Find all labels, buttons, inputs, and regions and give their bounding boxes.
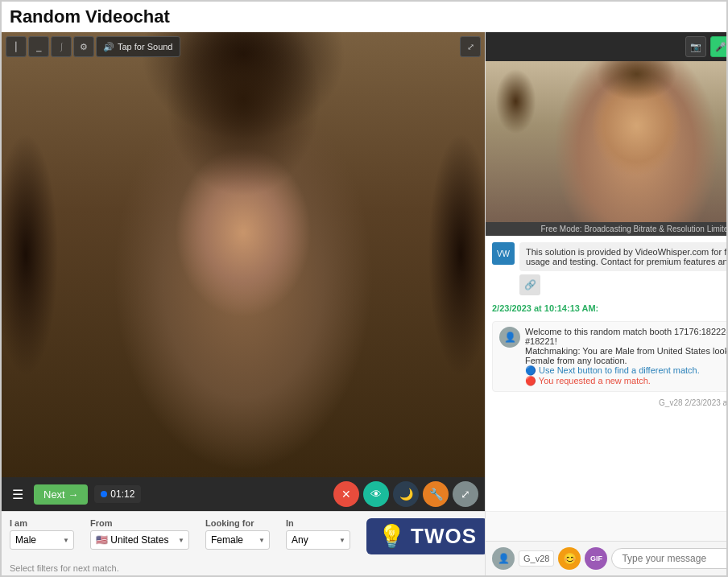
remote-video-bg — [2, 32, 485, 477]
video-controls-top: ⎮ ⎯ ⎰ ⚙ 🔊 Tap for Sound ⤢ — [6, 36, 481, 57]
chat-user-name: G_v28 — [519, 550, 554, 567]
hair-overlay — [2, 32, 485, 477]
settings-btn[interactable]: ⚙ — [73, 36, 94, 57]
next-label: Next → — [43, 488, 78, 501]
match-line4: 🔴 You requested a new match. — [525, 376, 728, 386]
timer-dot — [101, 491, 107, 497]
system-msg-text: This solution is provided by VideoWhispe… — [526, 247, 728, 266]
expand-btn[interactable]: ⤢ — [453, 481, 478, 507]
chat-input-bar: 👤 G_v28 😊 GIF ➤ — [486, 541, 728, 575]
match-text: Welcome to this random match booth 17176… — [525, 327, 728, 386]
video-ctrl-btn-2[interactable]: ⎯ — [28, 36, 49, 57]
filter-group-from: From 🇺🇸 United States — [90, 518, 189, 550]
logo-area: 💡 TWOS — [366, 518, 488, 554]
match-avatar: 👤 — [499, 327, 520, 348]
match-line3: 🔵 Use Next button to find a different ma… — [525, 365, 728, 376]
lookingfor-select-wrapper: Female Male Any — [205, 530, 270, 550]
in-select-wrapper: Any — [286, 530, 350, 550]
message-input[interactable] — [611, 548, 728, 569]
gif-btn[interactable]: GIF — [585, 547, 607, 570]
match-line1: Welcome to this random match booth 17176… — [525, 327, 728, 346]
from-select[interactable]: 🇺🇸 United States — [90, 530, 189, 550]
system-avatar: VW — [492, 242, 515, 265]
match-line2: Matchmaking: You are Male from United St… — [525, 346, 728, 365]
filter-group-lookingfor: Looking for Female Male Any — [205, 518, 270, 550]
logo-icon: 💡 — [378, 523, 406, 550]
free-mode-text: Free Mode: Broadcasting Bitrate & Resolu… — [540, 225, 728, 233]
filter-group-in: In Any — [286, 518, 350, 550]
bottom-action-btns: ✕ 👁 🌙 🔧 ⤢ — [333, 481, 478, 507]
next-button[interactable]: Next → — [34, 484, 88, 505]
system-bubble: This solution is provided by VideoWhispe… — [519, 242, 728, 271]
video-bottom-bar: ☰ Next → 01:12 ✕ 👁 🌙 🔧 ⤢ — [2, 477, 485, 511]
hamburger-menu[interactable]: ☰ — [8, 485, 27, 504]
eye-btn[interactable]: 👁 — [363, 481, 389, 507]
chat-match-msg: 👤 Welcome to this random match booth 171… — [492, 321, 728, 392]
chat-area: VW This solution is provided by VideoWhi… — [486, 236, 728, 511]
fullscreen-btn[interactable]: ⤢ — [460, 36, 481, 57]
right-panel: 📷 🎤 📹 ⚙ Free Mode: Broadcasting Bitrate … — [485, 32, 728, 575]
timer-value: 01:12 — [110, 488, 134, 500]
reaction-row: 👍 👤 — [486, 511, 728, 541]
from-select-wrapper: 🇺🇸 United States — [90, 530, 189, 550]
video-ctrl-btn-1[interactable]: ⎮ — [6, 36, 27, 57]
filter-group-iam: I am Male Female — [10, 518, 74, 550]
video-ctrl-btn-3[interactable]: ⎰ — [51, 36, 72, 57]
in-label: In — [286, 518, 350, 528]
iam-label: I am — [10, 518, 74, 528]
logo-text: TWOS — [411, 524, 477, 549]
emoji-btn[interactable]: 😊 — [558, 547, 581, 570]
left-panel: ⎮ ⎯ ⎰ ⚙ 🔊 Tap for Sound ⤢ ☰ Next → — [2, 32, 485, 575]
page-title: Random Videochat — [2, 2, 726, 32]
link-icon[interactable]: 🔗 — [519, 274, 540, 295]
filter-hint: Select filters for next match. — [2, 561, 485, 575]
close-btn[interactable]: ✕ — [333, 481, 359, 507]
chat-system-msg: VW This solution is provided by VideoWhi… — [492, 242, 728, 295]
in-select[interactable]: Any — [286, 530, 350, 550]
speaker-icon: 🔊 — [103, 42, 114, 52]
filters-bar: I am Male Female From 🇺🇸 United States — [2, 511, 485, 561]
free-mode-bar: Free Mode: Broadcasting Bitrate & Resolu… — [486, 222, 728, 236]
iam-select-wrapper: Male Female — [10, 530, 74, 550]
moon-btn[interactable]: 🌙 — [393, 481, 419, 507]
top-left-controls: ⎮ ⎯ ⎰ ⚙ 🔊 Tap for Sound — [6, 36, 180, 57]
chat-timestamp: 2/23/2023 at 10:14:13 AM: — [492, 302, 728, 315]
right-top-bar: 📷 🎤 📹 ⚙ — [486, 32, 728, 61]
timer-badge: 01:12 — [94, 485, 141, 503]
tap-sound-button[interactable]: 🔊 Tap for Sound — [96, 36, 180, 57]
peer-hair — [486, 61, 728, 222]
wrench-btn[interactable]: 🔧 — [423, 481, 449, 507]
remote-video: ⎮ ⎯ ⎰ ⚙ 🔊 Tap for Sound ⤢ — [2, 32, 485, 477]
peer-video — [486, 61, 728, 222]
from-label: From — [90, 518, 189, 528]
mic-btn[interactable]: 🎤 — [710, 36, 728, 57]
cam-btn[interactable]: 📷 — [685, 36, 706, 57]
lookingfor-select[interactable]: Female Male Any — [205, 530, 270, 550]
chat-user-badge: 👤 — [492, 547, 515, 570]
tap-sound-label: Tap for Sound — [118, 42, 173, 52]
iam-select[interactable]: Male Female — [10, 530, 74, 550]
lookingfor-label: Looking for — [205, 518, 270, 528]
chat-meta: G_v28 2/23/2023 at 10:14:26 AM : — [492, 398, 728, 407]
